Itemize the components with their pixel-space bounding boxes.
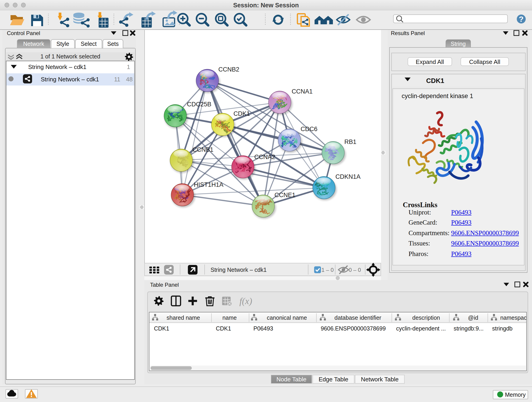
svg-text:?: ? (519, 15, 524, 23)
svg-text:CCNB1: CCNB1 (192, 146, 214, 153)
svg-text:CCNB2: CCNB2 (218, 66, 239, 73)
svg-text:CDC25B: CDC25B (187, 101, 211, 108)
svg-text:CCNA1: CCNA1 (292, 88, 313, 95)
svg-text:CDKN1A: CDKN1A (336, 173, 361, 180)
svg-text:f(x): f(x) (239, 296, 252, 306)
svg-text:CCNA2: CCNA2 (254, 153, 275, 160)
svg-text:CDC6: CDC6 (301, 126, 317, 133)
svg-text:CCNE1: CCNE1 (274, 191, 296, 198)
svg-text:HIST1H1A: HIST1H1A (194, 181, 223, 188)
svg-text:CDK1: CDK1 (234, 110, 250, 117)
svg-text:RB1: RB1 (344, 138, 356, 145)
